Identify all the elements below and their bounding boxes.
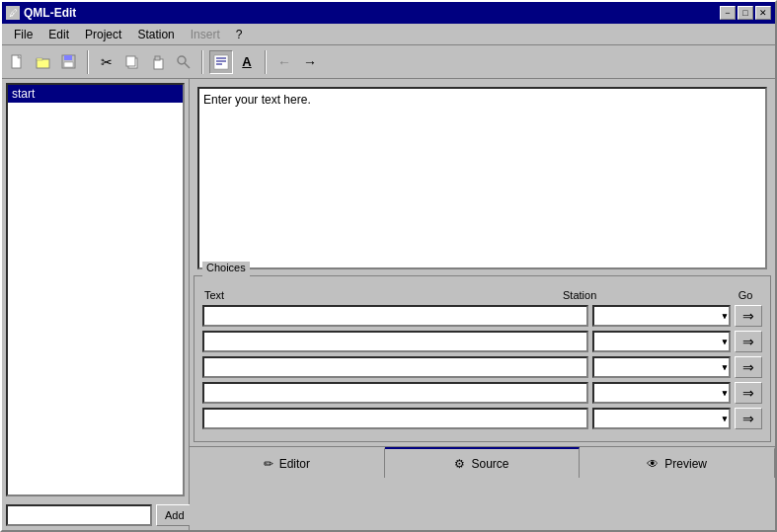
cut-button[interactable]: ✂ <box>95 50 118 74</box>
open-button[interactable] <box>32 50 55 74</box>
choice-station-5[interactable] <box>592 408 731 429</box>
col-go-label: Go <box>731 289 760 301</box>
menu-station[interactable]: Station <box>129 26 182 43</box>
sidebar: start Add <box>2 79 190 530</box>
svg-line-12 <box>185 63 190 68</box>
svg-rect-13 <box>214 55 228 69</box>
menu-file[interactable]: File <box>6 26 40 43</box>
choice-text-2[interactable] <box>202 331 588 352</box>
choice-row-5: ▼ ⇒ <box>202 408 762 429</box>
title-controls: − □ ✕ <box>720 6 771 20</box>
choice-row-4: ▼ ⇒ <box>202 382 762 404</box>
sidebar-bottom: Add <box>2 500 189 530</box>
bottom-tabs: ✏ Editor ⚙ Source 👁 Preview <box>190 446 775 478</box>
choice-go-2[interactable]: ⇒ <box>735 331 762 352</box>
copy-button[interactable] <box>120 50 144 74</box>
choice-station-wrapper-2: ▼ <box>592 331 731 352</box>
choices-legend: Choices <box>202 262 250 273</box>
svg-rect-6 <box>64 62 73 67</box>
eye-icon: 👁 <box>647 457 659 471</box>
choices-section: Choices Text Station Go ▼ ⇒ <box>194 269 771 442</box>
pencil-icon: ✏ <box>264 457 273 471</box>
choice-station-wrapper-3: ▼ <box>592 356 731 378</box>
gear-icon: ⚙ <box>454 457 465 471</box>
paste-button[interactable] <box>146 50 170 74</box>
app-icon: 🖊 <box>6 6 20 20</box>
new-button[interactable] <box>6 50 30 74</box>
choice-row-3: ▼ ⇒ <box>202 356 762 378</box>
col-text-label: Text <box>204 289 563 301</box>
choice-station-wrapper-4: ▼ <box>592 382 731 404</box>
svg-rect-2 <box>37 59 49 68</box>
menu-help[interactable]: ? <box>228 26 251 43</box>
text-editor[interactable]: Enter your text here. <box>197 87 767 269</box>
minimize-button[interactable]: − <box>720 6 736 20</box>
col-station-label: Station <box>563 289 701 301</box>
svg-rect-3 <box>37 58 42 60</box>
tab-editor-label: Editor <box>279 457 310 471</box>
choice-text-5[interactable] <box>202 408 588 429</box>
choice-station-1[interactable] <box>592 305 731 327</box>
tab-source-label: Source <box>471 457 508 471</box>
main-window: 🖊 QML-Edit − □ ✕ File Edit Project Stati… <box>0 0 777 532</box>
tab-source[interactable]: ⚙ Source <box>385 447 581 478</box>
svg-rect-10 <box>155 56 160 60</box>
svg-point-11 <box>178 56 186 64</box>
menu-insert[interactable]: Insert <box>183 26 228 43</box>
editor-mode-button[interactable] <box>209 50 233 74</box>
tab-editor[interactable]: ✏ Editor <box>190 447 385 478</box>
choice-text-3[interactable] <box>202 356 588 378</box>
close-button[interactable]: ✕ <box>755 6 771 20</box>
window-title: QML-Edit <box>24 6 76 20</box>
maximize-button[interactable]: □ <box>738 6 753 20</box>
choice-text-1[interactable] <box>202 305 588 327</box>
choice-text-4[interactable] <box>202 382 588 404</box>
menu-edit[interactable]: Edit <box>40 26 77 43</box>
back-button[interactable]: ← <box>272 50 296 74</box>
find-button[interactable] <box>172 50 195 74</box>
toolbar-sep-2 <box>201 50 203 74</box>
tab-preview-label: Preview <box>664 457 707 471</box>
sidebar-list[interactable]: start <box>6 83 185 496</box>
choice-row-1: ▼ ⇒ <box>202 305 762 327</box>
choice-row-2: ▼ ⇒ <box>202 331 762 352</box>
choice-go-1[interactable]: ⇒ <box>735 305 762 327</box>
choice-station-2[interactable] <box>592 331 731 352</box>
forward-button[interactable]: → <box>298 50 322 74</box>
choice-go-5[interactable]: ⇒ <box>735 408 762 429</box>
format-button[interactable]: A <box>235 50 259 74</box>
choice-go-4[interactable]: ⇒ <box>735 382 762 404</box>
choice-station-3[interactable] <box>592 356 731 378</box>
menu-project[interactable]: Project <box>77 26 129 43</box>
title-bar-left: 🖊 QML-Edit <box>6 6 76 20</box>
tab-preview[interactable]: 👁 Preview <box>580 447 775 478</box>
svg-rect-8 <box>126 56 135 66</box>
svg-rect-5 <box>64 55 72 60</box>
editor-area: Enter your text here. Choices Text Stati… <box>190 79 775 530</box>
choices-header: Text Station Go <box>202 289 762 301</box>
toolbar-sep-3 <box>265 50 267 74</box>
choice-station-wrapper-5: ▼ <box>592 408 731 429</box>
add-button[interactable]: Add <box>156 504 194 526</box>
choice-station-wrapper-1: ▼ <box>592 305 731 327</box>
title-bar: 🖊 QML-Edit − □ ✕ <box>2 2 775 24</box>
toolbar-sep-1 <box>87 50 89 74</box>
menu-bar: File Edit Project Station Insert ? <box>2 24 775 45</box>
save-button[interactable] <box>57 50 81 74</box>
choice-station-4[interactable] <box>592 382 731 404</box>
main-content: start Add Enter your text here. Choices … <box>2 79 775 530</box>
toolbar: ✂ A ← → <box>2 45 775 79</box>
text-editor-container: Enter your text here. <box>194 83 771 266</box>
sidebar-item-start[interactable]: start <box>8 85 183 103</box>
choice-go-3[interactable]: ⇒ <box>735 356 762 378</box>
sidebar-new-item-input[interactable] <box>6 504 152 526</box>
